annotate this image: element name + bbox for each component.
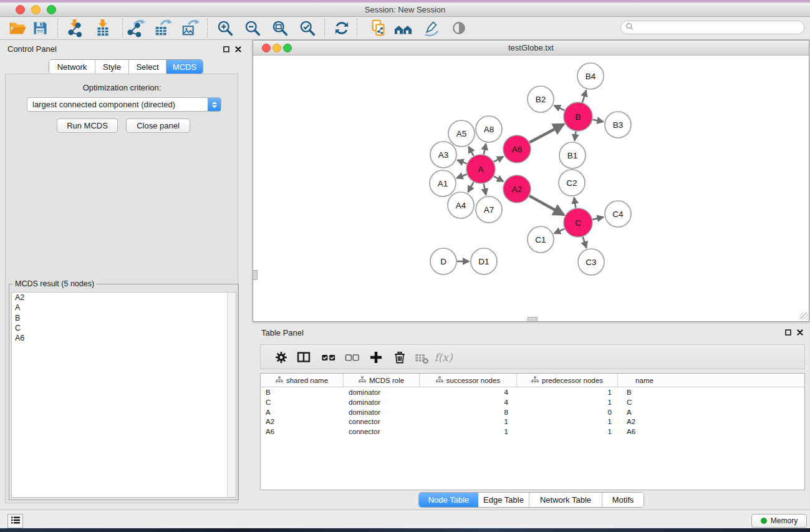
mcds-result-list[interactable]: A2ABCA6: [11, 292, 236, 498]
tab-style[interactable]: Style: [95, 60, 129, 74]
folder-open-icon[interactable]: [7, 18, 28, 38]
edge-A-A3[interactable]: [457, 160, 466, 164]
canvas-vscroll-thumb[interactable]: [253, 270, 258, 280]
result-item[interactable]: B: [12, 313, 236, 323]
cell-predecessor-nodes[interactable]: 1: [517, 399, 618, 409]
column-header-MCDS-role[interactable]: MCDS role: [344, 374, 420, 387]
edge-B-B2[interactable]: [554, 105, 565, 110]
network-canvas[interactable]: AA1A2A3A4A5A6A7A8BB1B2B3B4CC1C2C3C4DD1: [253, 56, 809, 321]
cell-MCDS-role[interactable]: dominator: [344, 399, 420, 409]
zoom-in-icon[interactable]: [215, 18, 236, 38]
gear-icon[interactable]: [272, 349, 291, 366]
cell-shared-name[interactable]: A6: [261, 428, 344, 438]
cell-predecessor-nodes[interactable]: 1: [517, 389, 618, 399]
table-float-icon[interactable]: [784, 328, 793, 337]
column-header-predecessor-nodes[interactable]: predecessor nodes: [517, 374, 618, 387]
import-network-icon[interactable]: [64, 18, 85, 38]
cell-name[interactable]: A: [618, 409, 671, 418]
task-history-button[interactable]: [7, 514, 23, 528]
edge-B-B3[interactable]: [593, 120, 604, 122]
criterion-dropdown[interactable]: largest connected component (directed): [27, 97, 221, 112]
close-panel-icon[interactable]: [234, 45, 243, 54]
result-scrollbar[interactable]: [227, 293, 236, 497]
close-panel-button[interactable]: Close panel: [126, 118, 190, 133]
tab-edge-table[interactable]: Edge Table: [478, 493, 529, 507]
cell-name[interactable]: B: [618, 389, 671, 399]
column-header-successor-nodes[interactable]: successor nodes: [420, 374, 517, 387]
cell-name[interactable]: A6: [618, 428, 671, 438]
table-row-A2[interactable]: A2connector11A2: [261, 418, 804, 428]
cell-successor-nodes[interactable]: 8: [420, 409, 517, 418]
column-header-shared-name[interactable]: shared name: [261, 374, 344, 387]
export-image-icon[interactable]: [180, 18, 201, 38]
search-input[interactable]: [636, 22, 804, 32]
memory-button[interactable]: Memory: [751, 514, 807, 528]
tab-mcds[interactable]: MCDS: [166, 60, 203, 74]
annotation-icon[interactable]: [420, 18, 441, 38]
cell-successor-nodes[interactable]: 1: [420, 428, 517, 438]
table-row-C[interactable]: Cdominator41C: [261, 399, 804, 409]
cell-MCDS-role[interactable]: dominator: [344, 389, 420, 399]
plus-icon[interactable]: [367, 349, 385, 366]
tab-select[interactable]: Select: [129, 60, 166, 74]
cell-successor-nodes[interactable]: 4: [420, 389, 517, 399]
edge-A-A8[interactable]: [484, 144, 486, 155]
edge-C-C4[interactable]: [592, 217, 603, 220]
result-item[interactable]: C: [12, 323, 236, 333]
zoom-selected-icon[interactable]: [297, 18, 318, 38]
tab-network-table[interactable]: Network Table: [529, 493, 602, 507]
cell-MCDS-role[interactable]: connector: [344, 428, 420, 438]
cell-successor-nodes[interactable]: 4: [420, 399, 517, 409]
cell-predecessor-nodes[interactable]: 1: [517, 418, 618, 428]
export-table-icon[interactable]: [152, 18, 173, 38]
function-builder-icon[interactable]: f(x): [434, 349, 453, 366]
tab-node-table[interactable]: Node Table: [419, 493, 478, 507]
table-row-A[interactable]: Adominator80A: [261, 409, 804, 418]
cell-shared-name[interactable]: B: [261, 389, 344, 399]
cell-predecessor-nodes[interactable]: 0: [517, 409, 618, 418]
cell-name[interactable]: A2: [618, 418, 671, 428]
edge-A-A4[interactable]: [468, 182, 474, 192]
homes-icon[interactable]: [393, 18, 414, 38]
cell-MCDS-role[interactable]: dominator: [344, 409, 420, 418]
trash-icon[interactable]: [390, 349, 409, 366]
cell-shared-name[interactable]: C: [261, 399, 344, 409]
cell-shared-name[interactable]: A2: [261, 418, 344, 428]
table-row-B[interactable]: Bdominator41B: [261, 389, 804, 399]
edge-A-A5[interactable]: [468, 147, 473, 156]
eye-icon[interactable]: [448, 18, 470, 38]
result-item[interactable]: A6: [12, 333, 236, 343]
edge-C-C1[interactable]: [554, 229, 564, 233]
window-resize-grip[interactable]: [800, 312, 808, 321]
result-item[interactable]: A2: [12, 293, 236, 302]
cell-name[interactable]: C: [618, 399, 671, 409]
edge-C-C3[interactable]: [583, 237, 587, 248]
edge-A-A6[interactable]: [494, 157, 503, 162]
import-table-icon[interactable]: [92, 18, 113, 38]
edge-A-A2[interactable]: [494, 177, 503, 181]
edge-C-C2[interactable]: [574, 198, 576, 208]
columns-icon[interactable]: [294, 349, 313, 366]
canvas-hscroll-thumb[interactable]: [528, 317, 538, 321]
float-panel-icon[interactable]: [222, 45, 231, 54]
edge-A-A1[interactable]: [456, 174, 466, 178]
table-close-icon[interactable]: [796, 328, 804, 337]
tab-network[interactable]: Network: [49, 60, 95, 74]
tab-motifs[interactable]: Motifs: [602, 493, 644, 507]
column-header-name[interactable]: name: [618, 374, 671, 387]
cell-MCDS-role[interactable]: connector: [344, 418, 420, 428]
table-delete-icon[interactable]: [412, 349, 431, 366]
cell-shared-name[interactable]: A: [261, 409, 344, 418]
edge-B-B4[interactable]: [582, 90, 586, 102]
zoom-out-icon[interactable]: [242, 18, 263, 38]
save-icon[interactable]: [29, 18, 51, 38]
search-field[interactable]: [620, 21, 804, 34]
export-network-icon[interactable]: [125, 18, 147, 38]
unchecked-pair-icon[interactable]: [343, 349, 362, 366]
network-window-titlebar[interactable]: testGlobe.txt: [253, 41, 809, 56]
edge-A2-C[interactable]: [529, 196, 564, 215]
result-item[interactable]: A: [12, 302, 236, 312]
checked-pair-icon[interactable]: [319, 349, 338, 366]
edge-A-A7[interactable]: [484, 184, 486, 195]
edge-B-B1[interactable]: [574, 132, 576, 140]
